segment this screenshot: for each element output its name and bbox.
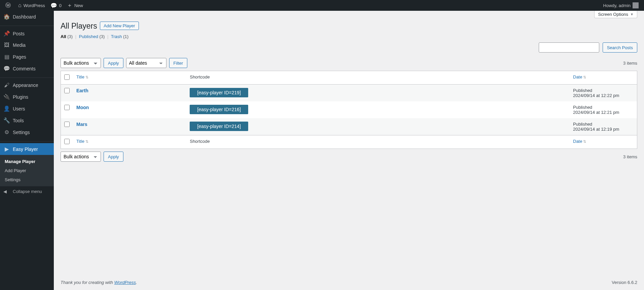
menu-pages[interactable]: ▤Pages bbox=[0, 51, 54, 63]
shortcode-pill[interactable]: [easy-player ID=214] bbox=[190, 122, 248, 131]
shortcode-pill[interactable]: [easy-player ID=216] bbox=[190, 105, 248, 114]
bulk-actions-select[interactable]: Bulk actions bbox=[61, 58, 101, 68]
shortcode-pill[interactable]: [easy-player ID=219] bbox=[190, 88, 248, 97]
row-date: Published2024/09/14 at 12:22 pm bbox=[570, 85, 637, 101]
apply-button-top[interactable]: Apply bbox=[104, 58, 123, 68]
menu-settings[interactable]: ⚙Settings bbox=[0, 126, 54, 138]
filter-published[interactable]: Published bbox=[79, 34, 98, 39]
col-title[interactable]: Title⇅ bbox=[76, 74, 88, 79]
settings-icon: ⚙ bbox=[3, 129, 10, 135]
plus-icon: ＋ bbox=[67, 2, 72, 9]
col-title-foot[interactable]: Title⇅ bbox=[76, 139, 88, 144]
search-input[interactable] bbox=[539, 42, 599, 53]
menu-media[interactable]: 🖼Media bbox=[0, 39, 54, 51]
menu-easy-player[interactable]: ▶Easy Player bbox=[0, 143, 54, 155]
menu-comments[interactable]: 💬Comments bbox=[0, 63, 54, 74]
chevron-down-icon: ▼ bbox=[630, 12, 634, 16]
add-new-player-button[interactable]: Add New Player bbox=[100, 22, 139, 30]
comment-icon: 💬 bbox=[3, 65, 10, 72]
col-date-foot[interactable]: Date⇅ bbox=[573, 139, 586, 144]
media-icon: 🖼 bbox=[3, 42, 10, 48]
comments-link[interactable]: 💬0 bbox=[48, 0, 64, 11]
table-row: Moon[easy-player ID=216]Published2024/09… bbox=[61, 101, 637, 118]
menu-tools[interactable]: 🔧Tools bbox=[0, 115, 54, 126]
search-posts-button[interactable]: Search Posts bbox=[603, 42, 637, 53]
col-shortcode: Shortcode bbox=[186, 71, 570, 85]
sort-icon: ⇅ bbox=[583, 75, 586, 79]
sort-icon: ⇅ bbox=[583, 139, 586, 143]
status-filters: All (3) | Published (3) | Trash (1) bbox=[61, 34, 637, 39]
page-title: All Players bbox=[61, 22, 97, 31]
menu-separator bbox=[0, 24, 54, 26]
row-checkbox[interactable] bbox=[64, 88, 70, 93]
wrench-icon: 🔧 bbox=[3, 117, 10, 124]
menu-separator bbox=[0, 140, 54, 141]
version-text: Version 6.6.2 bbox=[612, 280, 637, 285]
row-checkbox[interactable] bbox=[64, 122, 70, 127]
site-name: WordPress bbox=[24, 3, 45, 8]
menu-posts[interactable]: 📌Posts bbox=[0, 28, 54, 39]
play-icon: ▶ bbox=[3, 146, 10, 152]
filter-trash[interactable]: Trash bbox=[111, 34, 122, 39]
table-row: Earth[easy-player ID=219]Published2024/0… bbox=[61, 85, 637, 101]
submenu-manage-player[interactable]: Manage Player bbox=[0, 157, 54, 166]
plugin-icon: 🔌 bbox=[3, 94, 10, 100]
comment-icon: 💬 bbox=[50, 2, 57, 9]
site-name-link[interactable]: ⌂WordPress bbox=[15, 0, 48, 11]
table-row: Mars[easy-player ID=214]Published2024/09… bbox=[61, 118, 637, 135]
home-icon: ⌂ bbox=[18, 2, 22, 8]
submenu-add-player[interactable]: Add Player bbox=[0, 166, 54, 175]
date-filter-select[interactable]: All dates bbox=[126, 58, 166, 68]
bulk-actions-select-bottom[interactable]: Bulk actions bbox=[61, 152, 101, 162]
user-icon: 👤 bbox=[3, 105, 10, 112]
submenu-settings[interactable]: Settings bbox=[0, 175, 54, 184]
sort-icon: ⇅ bbox=[85, 75, 88, 79]
col-shortcode-foot: Shortcode bbox=[186, 135, 570, 149]
wp-logo[interactable]: ⓦ bbox=[3, 0, 15, 11]
brush-icon: 🖌 bbox=[3, 82, 10, 88]
menu-users[interactable]: 👤Users bbox=[0, 103, 54, 115]
screen-options-button[interactable]: Screen Options▼ bbox=[594, 11, 637, 18]
account-link[interactable]: Howdy, admin bbox=[601, 0, 641, 11]
wordpress-icon: ⓦ bbox=[5, 2, 11, 9]
pin-icon: 📌 bbox=[3, 30, 10, 37]
page-icon: ▤ bbox=[3, 54, 10, 60]
howdy-text: Howdy, admin bbox=[603, 3, 631, 8]
sort-icon: ⇅ bbox=[85, 139, 88, 143]
new-label: New bbox=[74, 3, 83, 8]
comments-count: 0 bbox=[59, 3, 62, 8]
wordpress-link[interactable]: WordPress bbox=[114, 280, 136, 285]
row-title-link[interactable]: Mars bbox=[76, 122, 87, 127]
menu-plugins[interactable]: 🔌Plugins bbox=[0, 91, 54, 103]
filter-all[interactable]: All bbox=[61, 34, 66, 39]
row-date: Published2024/09/14 at 12:19 pm bbox=[570, 118, 637, 135]
col-date[interactable]: Date⇅ bbox=[573, 74, 586, 79]
row-date: Published2024/09/14 at 12:21 pm bbox=[570, 101, 637, 118]
row-title-link[interactable]: Earth bbox=[76, 88, 88, 93]
select-all-top[interactable] bbox=[64, 74, 70, 80]
footer-thanks: Thank you for creating with WordPress. bbox=[61, 280, 137, 285]
new-content-link[interactable]: ＋New bbox=[64, 0, 86, 11]
avatar-icon bbox=[633, 2, 639, 8]
row-checkbox[interactable] bbox=[64, 105, 70, 110]
collapse-menu[interactable]: ◀Collapse menu bbox=[0, 186, 54, 197]
row-title-link[interactable]: Moon bbox=[76, 105, 89, 110]
items-count-top: 3 items bbox=[623, 61, 637, 66]
menu-appearance[interactable]: 🖌Appearance bbox=[0, 79, 54, 91]
filter-button[interactable]: Filter bbox=[169, 58, 188, 68]
menu-dashboard[interactable]: 🏠Dashboard bbox=[0, 11, 54, 23]
apply-button-bottom[interactable]: Apply bbox=[104, 152, 123, 162]
menu-separator bbox=[0, 76, 54, 78]
items-count-bottom: 3 items bbox=[623, 154, 637, 159]
collapse-icon: ◀ bbox=[3, 189, 10, 194]
select-all-bottom[interactable] bbox=[64, 139, 70, 144]
dashboard-icon: 🏠 bbox=[3, 13, 10, 20]
